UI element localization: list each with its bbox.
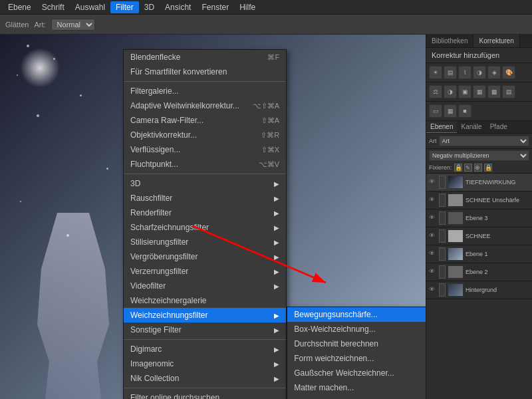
menu-digimarc[interactable]: Digimarc ▶ [124,342,286,356]
submenu-bewegung[interactable]: Bewegungsunschärfe... [287,307,426,322]
corr-icon-posterize[interactable]: ▤ [502,85,515,98]
menu-weichzeichnergalerie[interactable]: Weichzeichnergalerie [124,293,286,308]
brush-icon[interactable]: ✎ [464,164,472,172]
filter-menu: Blendenflecke ⌘F Für Smartfilter konvert… [123,49,287,399]
corr-icon-vibrance[interactable]: ◈ [487,66,501,79]
menubar-ansicht[interactable]: Ansicht [160,1,196,13]
menu-filtergalerie[interactable]: Filtergalerie... [124,84,286,98]
corr-icon-photo[interactable]: ▣ [458,85,471,98]
right-panel: Bibliotheken Korrekturen Korrektur hinzu… [426,35,532,399]
menu-objektivkorrektur[interactable]: Objektivkorrektur... ⇧⌘R [124,128,286,142]
submenu-matter[interactable]: Matter machen... [287,380,426,395]
layer-schnee[interactable]: 👁 SCHNEE [426,227,532,245]
glaetten-label: Glätten [5,21,29,29]
menu-camera-raw[interactable]: Camera Raw-Filter... ⇧⌘A [124,113,286,128]
layers-tabs: Ebenen Kanäle Pfade [426,121,532,134]
layer-ebene2[interactable]: 👁 Ebene 2 [426,263,532,281]
menu-3d[interactable]: 3D ▶ [124,176,286,191]
correction-icons-row2: ⚖ ◑ ▣ ▦ ▩ ▤ [426,82,532,102]
submenu-gauss[interactable]: Gaußscher Weichzeichner... [287,366,426,380]
layer-eye-tiefenwirkung[interactable]: 👁 [429,178,437,186]
corr-icon-brightness[interactable]: ☀ [429,66,442,79]
menu-videofilter[interactable]: Videofilter ▶ [124,279,286,293]
layer-name-schnee: SCHNEE [466,233,529,239]
layer-eye-ebene2[interactable]: 👁 [429,268,437,276]
sparkle [106,168,108,170]
layer-eye-hintergrund[interactable]: 👁 [429,286,437,294]
corr-icon-gradient[interactable]: ▭ [429,104,442,118]
corr-icon-curves[interactable]: ⌇ [458,66,471,79]
menu-renderfilter[interactable]: Renderfilter ▶ [124,205,286,220]
layer-ebene3[interactable]: 👁 Ebene 3 [426,209,532,227]
menubar-ebene[interactable]: Ebene [3,1,37,13]
corr-icon-bw[interactable]: ◑ [444,85,457,98]
corr-icon-levels[interactable]: ▤ [444,66,457,79]
menu-adaptive[interactable]: Adaptive Weitwinkelkorrektur... ⌥⇧⌘A [124,98,286,113]
layer-eye-ebene1[interactable]: 👁 [429,250,437,258]
tab-ebenen[interactable]: Ebenen [426,121,457,133]
corr-icon-hsl[interactable]: 🎨 [502,66,515,79]
blend-mode-select[interactable]: Negativ multiplizieren [429,150,529,161]
separator-3 [124,339,286,340]
layer-eye-schnee-u[interactable]: 👁 [429,196,437,204]
layer-thumb-ebene2 [448,265,464,279]
layer-schnee-unscharf[interactable]: 👁 SCHNEE Unschärfe [426,192,532,209]
tab-korrekturen[interactable]: Korrekturen [473,35,519,47]
corr-icon-color-balance[interactable]: ⚖ [429,85,442,98]
menu-stilisierung[interactable]: Stilisierungsfilter ▶ [124,235,286,249]
move-icon[interactable]: ⊕ [474,164,482,172]
menu-verzerrung[interactable]: Verzerrungsfilter ▶ [124,264,286,279]
menubar-hilfe[interactable]: Hilfe [234,1,261,13]
submenu-durchschnitt[interactable]: Durchschnitt berechnen [287,336,426,351]
layer-eye-ebene3[interactable]: 👁 [429,214,437,222]
submenu-objektiv[interactable]: Objektivunschärfe... [287,395,426,399]
sparkle [20,201,21,202]
corr-icon-pattern[interactable]: ▦ [444,104,457,118]
menu-vergroberung[interactable]: Vergröberungsfilter ▶ [124,249,286,264]
menubar-filter[interactable]: Filter [110,1,139,13]
art-layers-label: Art [429,138,437,144]
submenu-form[interactable]: Form weichzeichnen... [287,351,426,366]
menubar-schrift[interactable]: Schrift [37,1,70,13]
menu-nik[interactable]: Nik Collection ▶ [124,371,286,386]
canvas-area: Blendenflecke ⌘F Für Smartfilter konvert… [0,35,426,399]
toolbar: Glätten Art: Normal [0,15,532,35]
corr-icon-exposure[interactable]: ◑ [473,66,486,79]
tab-bibliotheken[interactable]: Bibliotheken [426,35,473,47]
layer-ebene1[interactable]: 👁 Ebene 1 [426,245,532,263]
menu-verfluessigen[interactable]: Verflüssigen... ⇧⌘X [124,142,286,157]
menu-scharfzeichnung[interactable]: Scharfzeichnungsfilter ▶ [124,220,286,235]
art-select[interactable]: Normal [51,19,95,31]
layer-thumb-tiefenwirkung [448,176,464,189]
layer-tiefenwirkung[interactable]: 👁 TIEFENWIRKUNG [426,174,532,192]
tab-kanale[interactable]: Kanäle [457,121,485,133]
menu-fluchtpunkt[interactable]: Fluchtpunkt... ⌥⌘V [124,157,286,172]
menu-online[interactable]: Filter online durchsuchen... [124,390,286,399]
submenu-box[interactable]: Box-Weichzeichnung... [287,322,426,336]
fixieren-label: Fixieren: [429,164,452,171]
menubar-fenster[interactable]: Fenster [196,1,234,13]
layer-hintergrund[interactable]: 👁 Hintergrund [426,281,532,299]
menubar-3d[interactable]: 3D [139,1,160,13]
corr-icon-channel[interactable]: ▦ [473,85,486,98]
blend-mode-row: Negativ multiplizieren [426,149,532,162]
corr-icon-threshold[interactable]: ▩ [487,85,501,98]
separator-1 [124,81,286,82]
corr-icon-solid-color[interactable]: ■ [458,104,471,118]
menubar-auswahl[interactable]: Auswahl [70,1,110,13]
menu-imagenomic[interactable]: Imagenomic ▶ [124,356,286,371]
tab-pfade[interactable]: Pfade [486,121,511,133]
layer-name-ebene3: Ebene 3 [466,215,529,221]
layer-thumb-schnee-u [448,194,464,207]
menu-smartfilter[interactable]: Für Smartfilter konvertieren [124,65,286,79]
lock-icon[interactable]: 🔒 [454,164,462,172]
layers-art-select[interactable]: Art [439,136,529,146]
menu-sonstige[interactable]: Sonstige Filter ▶ [124,323,286,337]
layer-link-ebene3 [439,211,446,225]
menu-weichzeichnungsfilter[interactable]: Weichzeichnungsfilter ▶ Bewegungsunschär… [124,308,286,323]
all-icon[interactable]: 🔒 [484,164,492,172]
menu-rauschfilter[interactable]: Rauschfilter ▶ [124,191,286,205]
menu-blendenflecke[interactable]: Blendenflecke ⌘F [124,50,286,65]
layer-eye-schnee[interactable]: 👁 [429,232,437,240]
layer-link-schnee [439,229,446,243]
